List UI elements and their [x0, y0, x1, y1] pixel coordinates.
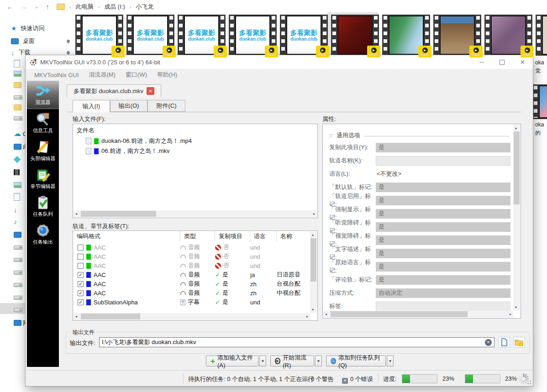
add-to-job-queue-dropdown[interactable]: ▼	[387, 355, 394, 366]
breadcrumb-drive[interactable]: 成品 (I:)	[104, 3, 125, 11]
clear-icon[interactable]: ✕	[485, 339, 492, 346]
drive-icon[interactable]	[14, 293, 25, 303]
tab-input[interactable]: 输入(I)	[73, 100, 110, 112]
documents-icon[interactable]	[14, 192, 25, 202]
track-checkbox[interactable]	[78, 281, 84, 287]
default-track-select[interactable]: 是	[376, 183, 510, 192]
tool-job-queue[interactable]: 任务队列	[27, 193, 59, 220]
vertical-scrollbar[interactable]: ▴▾	[513, 125, 520, 311]
input-files-list[interactable]: 文件名 duokan-06.前进，南方之岛！.mp4 06.前进，南方之岛！.m…	[73, 124, 318, 218]
menu-mkvtoolnix-gui[interactable]: MKVToolNix GUI	[29, 72, 84, 78]
scrollbar-thumb[interactable]	[310, 238, 316, 282]
track-enabled-select[interactable]: 是	[376, 196, 510, 205]
tab-output[interactable]: 输出(O)	[110, 100, 147, 112]
3d-objects-icon[interactable]	[14, 154, 25, 164]
track-row[interactable]: SubStationAlpha T字幕 ✓是 und	[73, 298, 310, 307]
drive-icon[interactable]	[14, 255, 25, 265]
track-row[interactable]: AAC 音频 ✓是 zh 台视台配	[73, 279, 310, 288]
video-thumbnail[interactable]	[536, 15, 547, 56]
desktop-icon[interactable]	[14, 230, 25, 240]
video-thumbnail[interactable]: ▶Player	[433, 15, 481, 56]
file-row[interactable]: 06.前进，南方之岛！.mkv	[86, 147, 170, 155]
start-multiplexing-button[interactable]: ▶ 开始混流(R)	[270, 355, 314, 366]
browse-output-button[interactable]	[498, 337, 510, 348]
track-checkbox[interactable]	[78, 290, 84, 296]
tab-close-icon[interactable]: ✕	[147, 87, 154, 95]
drive-icon[interactable]	[14, 113, 25, 123]
sidebar-item-quick-access[interactable]: ★ 快速访问	[0, 23, 75, 34]
text-description-select[interactable]: 是	[376, 249, 510, 258]
music-icon[interactable]: ♪	[14, 217, 25, 227]
add-to-job-queue-button[interactable]: → 添加到任务队列(Q)	[326, 355, 386, 366]
add-source-files-dropdown[interactable]: ▼	[259, 355, 266, 366]
horizontal-scrollbar[interactable]: ◂▸	[74, 210, 317, 217]
scrollbar-thumb[interactable]	[81, 314, 140, 319]
track-checkbox[interactable]	[78, 263, 84, 269]
back-icon[interactable]: ←	[6, 3, 13, 10]
column-header-type[interactable]: 类型	[180, 231, 215, 242]
visual-impaired-select[interactable]: 是	[376, 235, 510, 245]
start-multiplexing-dropdown[interactable]: ▼	[315, 355, 322, 366]
vertical-scrollbar[interactable]: ▴▾	[310, 231, 317, 313]
track-checkbox[interactable]	[78, 299, 84, 305]
track-checkbox[interactable]	[78, 245, 84, 251]
track-row[interactable]: AAC 音频 否 und	[73, 261, 310, 270]
drive-icon[interactable]	[14, 242, 25, 252]
language-select[interactable]: <不更改>	[376, 169, 510, 179]
file-tab[interactable]: 多看聚影 duokan.club.mkv ✕	[67, 84, 161, 97]
video-thumbnail[interactable]: 多看聚影 duokan.club ▶Player	[75, 15, 123, 56]
video-thumbnail[interactable]: 多看聚影 duokan.club ▶Player	[178, 15, 226, 56]
pictures-icon[interactable]	[14, 68, 25, 78]
scrollbar-thumb[interactable]	[331, 311, 468, 317]
track-row[interactable]: AAC 音频 ✓是 zh 中视台配	[73, 288, 310, 298]
output-folder-button[interactable]	[513, 337, 525, 348]
scrollbar-thumb[interactable]	[514, 131, 520, 204]
window-titlebar[interactable]: MKVToolNix GUI v73.0.0 ('25 or 6 to 4') …	[26, 55, 533, 69]
track-row[interactable]: AAC 音频 否 und	[73, 243, 310, 252]
menu-multiplexer[interactable]: 混流器(M)	[84, 71, 121, 79]
column-header-copy[interactable]: 复制项目	[215, 231, 250, 242]
resize-grip[interactable]	[530, 383, 531, 384]
downloads-icon[interactable]: ↓	[14, 204, 25, 214]
drive-icon[interactable]	[14, 280, 25, 290]
breadcrumb-folder[interactable]: 小飞龙	[136, 3, 153, 11]
video-thumbnail[interactable]: 多看聚影 duokan.club ▶Player	[229, 15, 277, 56]
video-thumbnail[interactable]: 多看聚影 duokan.club ▶Player	[126, 15, 174, 56]
hearing-impaired-select[interactable]: 是	[376, 222, 510, 232]
compression-select[interactable]: 自动决定	[376, 288, 510, 298]
sidebar-item-desktop[interactable]: 桌面	[0, 36, 75, 47]
add-source-files-button[interactable]: + 添加输入文件(A)	[206, 355, 258, 366]
forced-display-select[interactable]: 是	[376, 209, 510, 219]
column-header-codec[interactable]: 编码格式	[73, 231, 180, 242]
horizontal-scrollbar[interactable]: ◂▸	[74, 313, 310, 320]
tags-input[interactable]	[376, 302, 510, 311]
section-general-options[interactable]: ▽ 通用选项	[329, 131, 510, 140]
tool-chapter-editor[interactable]: 章节编辑器	[27, 165, 59, 193]
column-header-language[interactable]: 语言	[250, 231, 277, 242]
tool-multiplexer[interactable]: 混流器	[27, 81, 59, 109]
file-row[interactable]: duokan-06.前进，南方之岛！.mp4	[86, 137, 192, 145]
drive-icon[interactable]	[14, 92, 25, 102]
original-language-select[interactable]: 是	[376, 262, 510, 272]
output-file-input[interactable]: I:\小飞龙\多看聚影 duokan.club.mkv ✕	[99, 337, 494, 347]
tab-attachments[interactable]: 附件(C)	[147, 100, 185, 112]
maximize-button[interactable]	[492, 55, 512, 69]
drive-icon[interactable]	[14, 305, 25, 315]
video-thumbnail[interactable]: 多看聚影 duokan.club ▶Player	[280, 15, 328, 56]
video-thumbnail-selected[interactable]: ▶Player	[331, 15, 379, 56]
video-thumbnail[interactable]	[532, 84, 547, 119]
drive-icon[interactable]	[14, 267, 25, 277]
track-checkbox[interactable]	[78, 254, 84, 260]
tool-header-editor[interactable]: 头部编辑器	[27, 137, 59, 165]
menu-help[interactable]: 帮助(H)	[152, 71, 182, 79]
video-thumbnail[interactable]: ▶Player	[382, 15, 430, 56]
pictures-icon[interactable]	[14, 180, 25, 190]
track-name-input[interactable]	[376, 156, 510, 166]
column-header-name[interactable]: 名称	[277, 231, 310, 242]
menu-window[interactable]: 窗口(W)	[121, 71, 152, 79]
breadcrumb-this-pc[interactable]: 此电脑	[76, 3, 94, 11]
tool-job-output[interactable]: 任务输出	[27, 220, 59, 248]
scrollbar-thumb[interactable]	[81, 211, 156, 217]
forward-icon[interactable]: →	[21, 3, 27, 10]
up-icon[interactable]: ↑	[46, 3, 49, 10]
